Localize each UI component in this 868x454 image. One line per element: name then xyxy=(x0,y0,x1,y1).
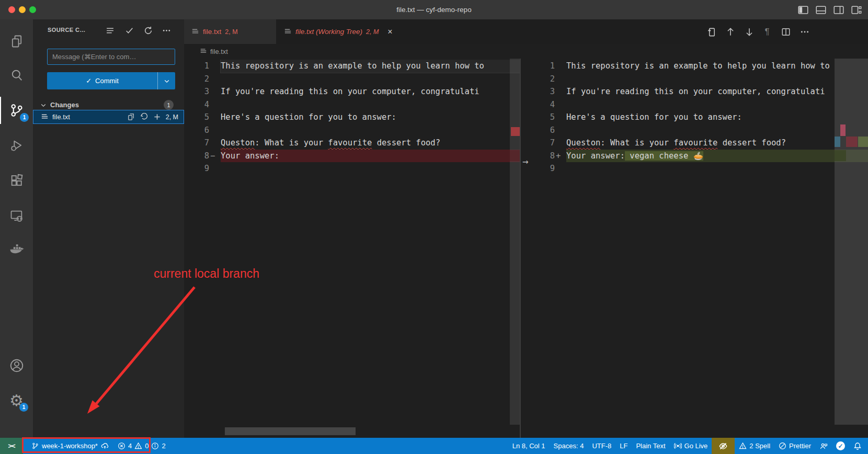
inserted-text: vegan cheese 🥧 xyxy=(625,151,703,161)
language-mode-item[interactable]: Plain Text xyxy=(632,438,669,454)
eye-off-item[interactable] xyxy=(712,438,735,454)
indentation-item[interactable]: Spaces: 4 xyxy=(550,438,588,454)
more-actions-icon[interactable] xyxy=(160,24,173,37)
toggle-sidebar-icon[interactable] xyxy=(797,4,809,16)
code-line: Queston: What is your favourite dessert … xyxy=(221,137,520,150)
code-line: If you're reading this on your computer,… xyxy=(221,85,520,98)
encoding-item[interactable]: UTF-8 xyxy=(588,438,615,454)
source-control-panel: SOURCE C… Message (⌘Enter to com… ✓ Comm… xyxy=(33,19,184,438)
settings-badge: 1 xyxy=(19,403,28,412)
search-icon[interactable] xyxy=(0,63,33,88)
settings-gear-icon[interactable]: ⚙ 1 xyxy=(0,388,33,413)
more-actions-icon[interactable] xyxy=(798,25,812,39)
scm-badge: 1 xyxy=(20,113,29,122)
editor-tab-bar: file.txt 2, M file.txt (Working Tree) 2,… xyxy=(184,19,868,44)
check-icon: ✓ xyxy=(86,77,92,85)
feedback-person-icon xyxy=(819,442,828,450)
feedback-item[interactable] xyxy=(815,438,832,454)
left-pane-scrollbar[interactable] xyxy=(510,59,520,425)
file-name: file.txt xyxy=(52,113,70,121)
accounts-icon[interactable] xyxy=(0,353,33,378)
overview-added-mark xyxy=(858,137,868,147)
commit-check-icon[interactable] xyxy=(123,24,135,37)
stage-changes-icon[interactable] xyxy=(151,111,164,123)
docker-icon[interactable] xyxy=(0,236,33,262)
remote-indicator[interactable]: >< xyxy=(0,438,23,454)
minimize-window-button[interactable] xyxy=(19,6,26,13)
tab-status: 2, M xyxy=(366,28,379,36)
file-icon xyxy=(200,48,207,55)
spell-item[interactable]: 2 Spell xyxy=(735,438,774,454)
refresh-icon[interactable] xyxy=(142,24,154,37)
overview-cursor-mark xyxy=(840,124,846,136)
notifications-item[interactable] xyxy=(849,438,868,454)
tab-label: file.txt (Working Tree) xyxy=(295,28,362,36)
run-and-debug-icon[interactable] xyxy=(0,133,33,158)
code-line: Here's a question for you to answer: xyxy=(566,111,868,124)
annotation-label: current local branch xyxy=(154,267,259,281)
horizontal-scrollbar[interactable] xyxy=(225,427,356,435)
revert-change-arrow-icon[interactable]: → xyxy=(522,155,528,167)
changed-file-row[interactable]: file.txt 2, M xyxy=(33,110,184,124)
circle-slash-icon xyxy=(779,442,786,450)
open-changes-icon[interactable] xyxy=(705,25,718,39)
commit-button[interactable]: ✓ Commit xyxy=(47,72,175,89)
diff-overview-deleted-mark xyxy=(511,127,520,136)
next-change-icon[interactable] xyxy=(743,25,756,39)
diff-modified-pane[interactable]: 1 This repository is an example to help … xyxy=(520,60,868,426)
toggle-secondary-sidebar-icon[interactable] xyxy=(832,4,845,16)
view-as-list-icon[interactable] xyxy=(104,24,116,37)
commit-message-input[interactable]: Message (⌘Enter to com… xyxy=(47,49,175,65)
breadcrumb-file: file.txt xyxy=(210,48,228,55)
right-pane-scrollbar[interactable] xyxy=(835,59,868,425)
render-whitespace-icon[interactable]: ¶ xyxy=(760,25,774,39)
info-icon xyxy=(151,442,159,450)
open-file-icon[interactable] xyxy=(124,111,138,123)
bell-icon xyxy=(853,442,862,450)
breadcrumb[interactable]: file.txt xyxy=(184,44,868,59)
code-line: If you're reading this on your computer,… xyxy=(566,85,868,98)
tab-status: 2, M xyxy=(225,28,237,36)
code-line: This repository is an example to help yo… xyxy=(221,60,520,73)
tab-file-txt[interactable]: file.txt 2, M xyxy=(184,19,276,44)
broadcast-icon xyxy=(674,442,682,450)
eol-item[interactable]: LF xyxy=(615,438,632,454)
file-icon xyxy=(191,28,199,36)
discard-changes-icon[interactable] xyxy=(138,111,151,123)
prettier-item[interactable]: Prettier xyxy=(774,438,815,454)
extensions-icon[interactable] xyxy=(0,168,33,194)
commit-dropdown-button[interactable] xyxy=(157,72,175,89)
toggle-panel-icon[interactable] xyxy=(815,4,827,16)
cursor-position-item[interactable]: Ln 8, Col 1 xyxy=(508,438,550,454)
maximize-window-button[interactable] xyxy=(29,6,36,13)
window-title: file.txt — cyf-demo-repo xyxy=(396,6,471,14)
code-line: This repository is an example to help yo… xyxy=(566,60,868,73)
check-circle-icon: ✓ xyxy=(836,441,845,450)
customize-layout-icon[interactable] xyxy=(850,4,863,16)
extension-status-item[interactable]: ✓ xyxy=(832,438,849,454)
overview-modified-mark xyxy=(835,137,840,147)
diff-overview-deleted-line xyxy=(510,150,520,161)
previous-change-icon[interactable] xyxy=(724,25,737,39)
remote-explorer-icon[interactable] xyxy=(0,203,33,229)
commit-button-label: Commit xyxy=(95,77,119,85)
deleted-line: Your answer: xyxy=(221,150,520,163)
code-line: Queston: What is your favourite dessert … xyxy=(566,137,868,150)
source-control-icon[interactable]: 1 xyxy=(0,98,33,123)
diff-sash[interactable] xyxy=(520,59,521,438)
title-bar: file.txt — cyf-demo-repo xyxy=(0,0,868,19)
tab-file-txt-working-tree[interactable]: file.txt (Working Tree) 2, M × xyxy=(277,19,435,44)
overview-added-line xyxy=(835,150,846,161)
close-icon[interactable]: × xyxy=(387,27,392,37)
overview-deleted-mark xyxy=(846,137,858,147)
diff-original-pane[interactable]: 1 This repository is an example to help … xyxy=(184,60,520,426)
explorer-icon[interactable] xyxy=(0,29,33,54)
code-line: Here's a question for you to answer: xyxy=(221,111,520,124)
chevron-down-icon xyxy=(164,78,170,84)
file-status-badge: 2, M xyxy=(166,114,178,121)
close-window-button[interactable] xyxy=(8,6,15,13)
changes-count-badge: 1 xyxy=(164,100,174,110)
warning-icon xyxy=(739,442,747,450)
go-live-item[interactable]: Go Live xyxy=(670,438,712,454)
split-editor-icon[interactable] xyxy=(779,25,793,39)
